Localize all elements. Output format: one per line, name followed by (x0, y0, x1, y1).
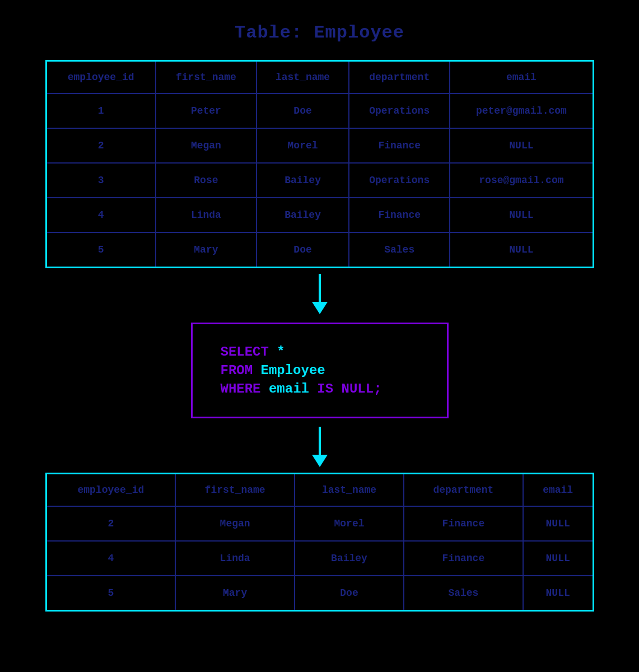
result-col-header-department: department (404, 474, 523, 507)
result-table-cell: NULL (523, 541, 593, 576)
arrow-line-1 (319, 274, 321, 302)
sql-where-rest: email (261, 381, 318, 396)
result-table-row: 5MaryDoeSalesNULL (46, 576, 593, 611)
result-table-cell: 5 (46, 576, 175, 611)
sql-query-box: SELECT * FROM Employee WHERE email IS NU… (191, 323, 449, 418)
col-header-employee-id: employee_id (46, 61, 156, 94)
source-table-cell: NULL (450, 232, 593, 268)
source-table-cell: 2 (46, 128, 156, 163)
source-table-cell: Bailey (256, 198, 349, 232)
result-table-cell: Bailey (295, 541, 404, 576)
sql-select-rest: * (269, 344, 285, 360)
result-table-cell: 4 (46, 541, 175, 576)
source-table-cell: Operations (349, 163, 450, 198)
result-table-cell: Megan (175, 506, 295, 541)
arrow-down-1 (312, 274, 328, 314)
source-table-row: 3RoseBaileyOperationsrose@gmail.com (46, 163, 593, 198)
result-table-cell: Sales (404, 576, 523, 611)
result-table-row: 2MeganMorelFinanceNULL (46, 506, 593, 541)
result-table-cell: 2 (46, 506, 175, 541)
source-table-row: 4LindaBaileyFinanceNULL (46, 198, 593, 232)
source-table-cell: NULL (450, 198, 593, 232)
source-table-cell: Doe (256, 232, 349, 268)
col-header-department: department (349, 61, 450, 94)
source-table-cell: Rose (156, 163, 256, 198)
source-table-cell: peter@gmail.com (450, 94, 593, 128)
source-table-cell: 5 (46, 232, 156, 268)
source-table: employee_id first_name last_name departm… (45, 60, 594, 268)
source-table-cell: Mary (156, 232, 256, 268)
sql-from-keyword: FROM (221, 363, 253, 378)
source-table-cell: 4 (46, 198, 156, 232)
sql-from-rest: Employee (253, 363, 325, 378)
sql-isnull-keyword: IS NULL; (317, 381, 381, 396)
result-table-header-row: employee_id first_name last_name departm… (46, 474, 593, 507)
source-table-cell: Sales (349, 232, 450, 268)
arrow-head-1 (312, 302, 328, 314)
source-table-cell: 1 (46, 94, 156, 128)
result-col-header-last-name: last_name (295, 474, 404, 507)
source-table-cell: NULL (450, 128, 593, 163)
col-header-first-name: first_name (156, 61, 256, 94)
source-table-cell: Finance (349, 128, 450, 163)
source-table-cell: rose@gmail.com (450, 163, 593, 198)
result-col-header-email: email (523, 474, 593, 507)
result-table-cell: NULL (523, 576, 593, 611)
source-table-cell: Finance (349, 198, 450, 232)
col-header-last-name: last_name (256, 61, 349, 94)
arrow-line-2 (319, 427, 321, 455)
sql-line-2: FROM Employee (221, 363, 419, 378)
result-table-cell: Finance (404, 506, 523, 541)
result-table-cell: Doe (295, 576, 404, 611)
source-table-cell: Megan (156, 128, 256, 163)
arrow-head-2 (312, 455, 328, 467)
page-title: Table: Employee (235, 22, 404, 43)
result-table-cell: Mary (175, 576, 295, 611)
source-table-cell: Operations (349, 94, 450, 128)
source-table-cell: Doe (256, 94, 349, 128)
arrow-down-2 (312, 427, 328, 467)
source-table-cell: Peter (156, 94, 256, 128)
source-table-row: 5MaryDoeSalesNULL (46, 232, 593, 268)
result-table-cell: Linda (175, 541, 295, 576)
source-table-cell: Linda (156, 198, 256, 232)
result-table-cell: Morel (295, 506, 404, 541)
sql-line-3: WHERE email IS NULL; (221, 381, 419, 396)
source-table-row: 1PeterDoeOperationspeter@gmail.com (46, 94, 593, 128)
sql-select-keyword: SELECT (221, 344, 269, 360)
source-table-cell: Morel (256, 128, 349, 163)
source-table-cell: 3 (46, 163, 156, 198)
result-col-header-employee-id: employee_id (46, 474, 175, 507)
result-table: employee_id first_name last_name departm… (45, 473, 594, 612)
result-col-header-first-name: first_name (175, 474, 295, 507)
col-header-email: email (450, 61, 593, 94)
source-table-header-row: employee_id first_name last_name departm… (46, 61, 593, 94)
result-table-cell: Finance (404, 541, 523, 576)
source-table-cell: Bailey (256, 163, 349, 198)
sql-where-keyword: WHERE (221, 381, 261, 396)
source-table-row: 2MeganMorelFinanceNULL (46, 128, 593, 163)
result-table-cell: NULL (523, 506, 593, 541)
result-table-row: 4LindaBaileyFinanceNULL (46, 541, 593, 576)
sql-line-1: SELECT * (221, 344, 419, 360)
